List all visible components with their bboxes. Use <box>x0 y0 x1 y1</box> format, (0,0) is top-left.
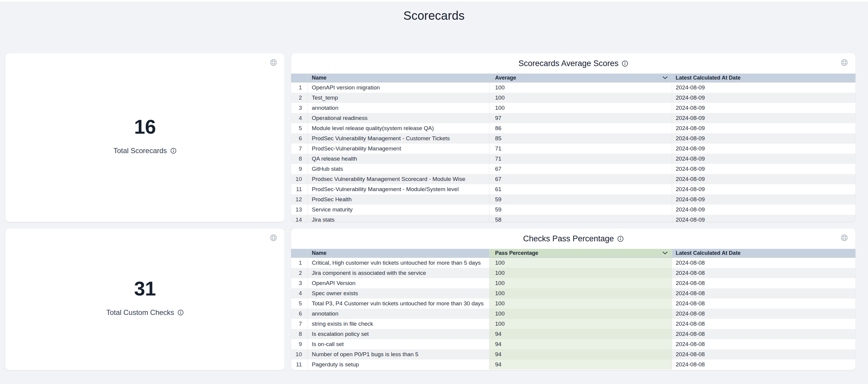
table-cell: 9 <box>291 164 307 174</box>
table-cell: 100 <box>489 288 672 299</box>
table-cell: annotation <box>307 309 489 319</box>
name-column-header[interactable]: Name <box>307 249 489 257</box>
top-edge-strip <box>0 0 868 1</box>
table-cell: 2024-08-09 <box>672 154 856 164</box>
table-cell: OpenAPI Version <box>307 278 489 288</box>
table-row[interactable]: 5Module level release quality(system rel… <box>291 123 856 133</box>
table-row[interactable]: 8Is escalation policy set942024-08-08 <box>291 329 856 339</box>
table-cell: 8 <box>291 154 307 164</box>
table-cell: 100 <box>489 278 672 288</box>
table-cell: 2024-08-09 <box>672 215 856 222</box>
table-cell: 12 <box>291 195 307 205</box>
table-cell: 2024-08-09 <box>672 195 856 205</box>
table-cell: 2024-08-08 <box>672 339 856 349</box>
table-cell: 2024-08-09 <box>672 93 856 103</box>
table-cell: 2024-08-08 <box>672 268 856 278</box>
table-row[interactable]: 9Is on-call set942024-08-08 <box>291 339 856 349</box>
table-row[interactable]: 5Total P3, P4 Customer vuln tickets unto… <box>291 299 856 309</box>
table-cell: 2024-08-08 <box>672 349 856 359</box>
table-row[interactable]: 2Test_temp1002024-08-09 <box>291 93 856 103</box>
stat-value: 31 <box>134 277 156 300</box>
globe-icon[interactable] <box>840 59 848 66</box>
table-cell: 2 <box>291 268 307 278</box>
table-row[interactable]: 3OpenAPI Version1002024-08-08 <box>291 278 856 288</box>
table-cell: 86 <box>489 123 672 133</box>
table-cell: OpenAPI version migration <box>307 82 489 93</box>
table-cell: 8 <box>291 329 307 339</box>
card-title: Checks Pass Percentage <box>523 234 614 243</box>
table-row[interactable]: 4Spec owner exists1002024-08-08 <box>291 288 856 299</box>
table-cell: 6 <box>291 133 307 144</box>
table-row[interactable]: 11Pagerduty is setup942024-08-08 <box>291 359 856 370</box>
table-row[interactable]: 10Number of open P0/P1 bugs is less than… <box>291 349 856 359</box>
globe-icon[interactable] <box>270 59 277 66</box>
table-cell: 59 <box>489 205 672 215</box>
table-cell: 5 <box>291 123 307 133</box>
info-icon[interactable] <box>622 61 628 67</box>
table-cell: 61 <box>489 184 672 195</box>
average-column-header[interactable]: Average <box>489 74 672 82</box>
table-cell: 2024-08-08 <box>672 319 856 329</box>
table-cell: 85 <box>489 133 672 144</box>
table-cell: 2024-08-09 <box>672 144 856 154</box>
table-row[interactable]: 10Prodsec Vulnerability Management Score… <box>291 174 856 184</box>
date-column-header[interactable]: Latest Calculated At Date <box>672 74 856 82</box>
table-cell: 2024-08-09 <box>672 184 856 195</box>
page-title: Scorecards <box>0 9 868 23</box>
table-cell: Test_temp <box>307 93 489 103</box>
table-cell: 4 <box>291 288 307 299</box>
table-row[interactable]: 1Critical, High customer vuln tickets un… <box>291 258 856 268</box>
table-row[interactable]: 13Service maturity592024-08-09 <box>291 205 856 215</box>
globe-icon[interactable] <box>270 234 277 242</box>
table-cell: GitHub stats <box>307 164 489 174</box>
table-cell: 94 <box>489 359 672 370</box>
table-cell: 100 <box>489 258 672 268</box>
table-cell: Total P3, P4 Customer vuln tickets untou… <box>307 299 489 309</box>
table-cell: 100 <box>489 309 672 319</box>
stat-label: Total Scorecards <box>114 146 167 155</box>
table-row[interactable]: 6ProdSec Vulnerability Management - Cust… <box>291 133 856 144</box>
table-cell: 3 <box>291 103 307 113</box>
table-cell: 2024-08-09 <box>672 205 856 215</box>
table-cell: 7 <box>291 144 307 154</box>
table-row[interactable]: 3annotation1002024-08-09 <box>291 103 856 113</box>
table-row[interactable]: 12ProdSec Health592024-08-09 <box>291 195 856 205</box>
table-row[interactable]: 8QA release health712024-08-09 <box>291 154 856 164</box>
table-row[interactable]: 9GitHub stats672024-08-09 <box>291 164 856 174</box>
table-row[interactable]: 7ProdSec-Vulnerability Management712024-… <box>291 144 856 154</box>
table-cell: 100 <box>489 268 672 278</box>
table-row[interactable]: 11ProdSec-Vulnerability Management - Mod… <box>291 184 856 195</box>
table-cell: 2024-08-09 <box>672 113 856 123</box>
table-cell: 2024-08-08 <box>672 258 856 268</box>
date-column-header[interactable]: Latest Calculated At Date <box>672 249 856 257</box>
table-cell: 100 <box>489 299 672 309</box>
table-cell: 58 <box>489 215 672 222</box>
name-column-header[interactable]: Name <box>307 74 489 82</box>
globe-icon[interactable] <box>840 234 848 242</box>
table-row[interactable]: 2Jira component is associated with the s… <box>291 268 856 278</box>
table-row[interactable]: 7string exists in file check1002024-08-0… <box>291 319 856 329</box>
table-cell: 71 <box>489 154 672 164</box>
table-header: Name Pass Percentage Latest Calculated A… <box>291 249 856 258</box>
checks-pass-percentage-card: Checks Pass Percentage Name Pass Percent… <box>291 229 856 370</box>
info-icon[interactable] <box>178 310 184 316</box>
table-cell: 100 <box>489 82 672 93</box>
info-icon[interactable] <box>617 236 624 242</box>
table-cell: 5 <box>291 299 307 309</box>
table-cell: QA release health <box>307 154 489 164</box>
table-row[interactable]: 4Operational readiness972024-08-09 <box>291 113 856 123</box>
table-cell: 11 <box>291 184 307 195</box>
table-row[interactable]: 14Jira stats582024-08-09 <box>291 215 856 222</box>
table-row[interactable]: 1OpenAPI version migration1002024-08-09 <box>291 82 856 93</box>
table-row[interactable]: 6annotation1002024-08-08 <box>291 309 856 319</box>
table-cell: 100 <box>489 319 672 329</box>
table-cell: 2024-08-09 <box>672 103 856 113</box>
table-cell: 100 <box>489 93 672 103</box>
chevron-down-icon <box>662 76 668 79</box>
info-icon[interactable] <box>170 148 177 154</box>
chevron-down-icon <box>662 251 668 254</box>
total-scorecards-card: 16 Total Scorecards <box>5 53 284 222</box>
table-cell: ProdSec Health <box>307 195 489 205</box>
table-cell: 10 <box>291 174 307 184</box>
pass-percentage-column-header[interactable]: Pass Percentage <box>489 249 672 257</box>
